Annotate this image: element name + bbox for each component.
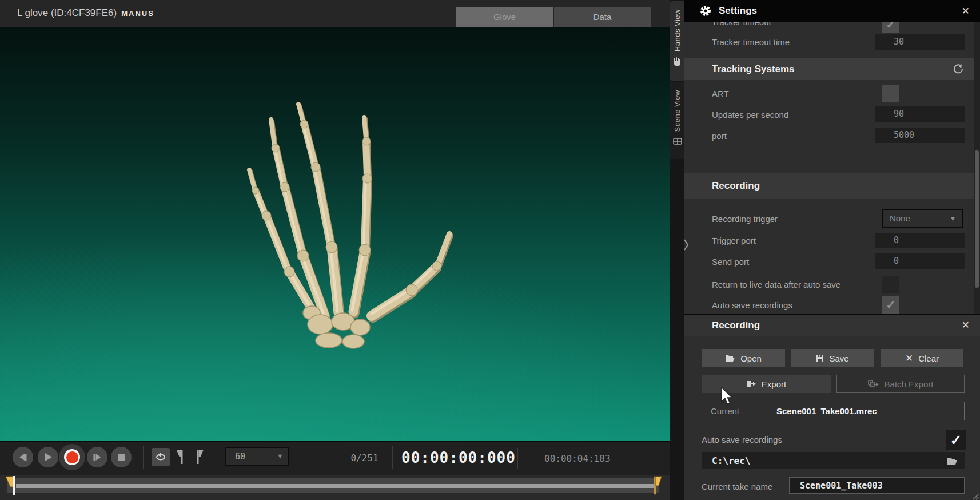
recording-section-title: Recording bbox=[712, 180, 760, 192]
clear-x-icon: ✕ bbox=[905, 352, 913, 364]
framerate-value: 60 bbox=[235, 451, 245, 462]
browse-folder-icon[interactable] bbox=[947, 457, 958, 465]
duration-display: 00:00:04:183 bbox=[544, 453, 611, 464]
tab-glove-label: Glove bbox=[493, 12, 516, 22]
skeletal-hand-model[interactable] bbox=[223, 93, 457, 350]
settings-scrollbar[interactable] bbox=[974, 22, 980, 314]
return-live-checkbox[interactable] bbox=[882, 276, 899, 293]
save-button-label: Save bbox=[829, 354, 848, 363]
timeline-playhead[interactable] bbox=[13, 476, 15, 495]
mouse-cursor bbox=[720, 387, 734, 406]
auto-save-settings-label: Auto save recordings bbox=[712, 300, 792, 310]
updates-per-second-input[interactable]: 90 bbox=[875, 106, 965, 122]
auto-save-recordings-label: Auto save recordings bbox=[702, 435, 782, 445]
open-folder-icon bbox=[725, 354, 735, 362]
3d-viewport[interactable] bbox=[0, 27, 670, 441]
open-button-label: Open bbox=[740, 354, 762, 363]
recording-path-value: C:\rec\ bbox=[712, 455, 750, 466]
timeline-range-stripe bbox=[16, 484, 655, 488]
check-icon: ✓ bbox=[950, 432, 962, 449]
record-ring bbox=[64, 449, 80, 465]
divider bbox=[216, 446, 216, 469]
tab-hands-view[interactable]: Hands View bbox=[670, 1, 684, 81]
settings-panel: Tracker timeout ✓ Tracker timeout time 3… bbox=[684, 0, 980, 314]
batch-export-icon bbox=[868, 380, 879, 388]
tab-hands-view-label: Hands View bbox=[673, 9, 682, 51]
step-forward-icon bbox=[92, 452, 102, 462]
record-button[interactable] bbox=[59, 444, 85, 470]
tab-data[interactable]: Data bbox=[554, 7, 651, 27]
auto-save-recordings-checkbox[interactable]: ✓ bbox=[946, 430, 966, 450]
marker-out-button[interactable] bbox=[194, 450, 205, 467]
recording-section-header[interactable]: Recording bbox=[684, 173, 974, 199]
current-take-file: Scene001_Take001.mrec bbox=[768, 402, 877, 420]
tracking-systems-title: Tracking Systems bbox=[712, 64, 795, 75]
play-icon bbox=[43, 452, 53, 462]
timeline-end-flag-icon[interactable] bbox=[654, 476, 664, 495]
clear-button[interactable]: ✕ Clear bbox=[881, 349, 963, 367]
timeline[interactable] bbox=[0, 475, 670, 500]
gear-icon bbox=[699, 5, 712, 17]
step-back-button[interactable] bbox=[13, 447, 33, 467]
art-checkbox[interactable] bbox=[882, 85, 899, 102]
open-button[interactable]: Open bbox=[702, 349, 785, 367]
stop-icon bbox=[117, 453, 125, 461]
tab-scene-view[interactable]: Scene View bbox=[670, 82, 684, 159]
send-port-input[interactable]: 0 bbox=[875, 253, 965, 269]
check-icon: ✓ bbox=[886, 298, 896, 312]
divider bbox=[143, 446, 144, 469]
tracking-systems-section-header[interactable]: Tracking Systems bbox=[684, 58, 974, 80]
send-port-label: Send port bbox=[712, 257, 749, 267]
export-button-label: Export bbox=[762, 379, 786, 389]
trigger-port-label: Trigger port bbox=[712, 236, 756, 245]
panel-collapse-chevron-icon[interactable] bbox=[682, 237, 690, 252]
batch-export-button-label: Batch Export bbox=[885, 379, 934, 389]
clear-button-label: Clear bbox=[918, 354, 939, 363]
hand-icon bbox=[673, 57, 682, 66]
save-button[interactable]: Save bbox=[791, 349, 874, 367]
settings-header: Settings ✕ bbox=[684, 0, 980, 22]
save-icon bbox=[816, 354, 824, 362]
settings-close-icon[interactable]: ✕ bbox=[962, 5, 970, 17]
updates-per-second-label: Updates per second bbox=[712, 110, 788, 120]
step-back-icon bbox=[18, 452, 28, 462]
art-label: ART bbox=[712, 89, 729, 98]
current-label: Current bbox=[702, 402, 768, 420]
record-dot-icon bbox=[66, 451, 78, 463]
brand-label: MANUS bbox=[121, 9, 154, 18]
current-take-name-input[interactable]: Scene001_Take003 bbox=[789, 477, 965, 494]
recording-path-input[interactable]: C:\rec\ bbox=[702, 452, 965, 469]
refresh-icon[interactable] bbox=[952, 63, 965, 76]
step-forward-button[interactable] bbox=[87, 447, 107, 467]
export-icon bbox=[746, 380, 756, 388]
scene-view-icon bbox=[673, 137, 682, 145]
tab-scene-view-label: Scene View bbox=[673, 90, 682, 132]
divider bbox=[531, 448, 531, 469]
marker-in-button[interactable] bbox=[175, 450, 186, 467]
stop-button[interactable] bbox=[111, 447, 132, 467]
auto-save-settings-checkbox[interactable]: ✓ bbox=[882, 296, 899, 314]
framerate-dropdown[interactable]: 60 ▼ bbox=[225, 447, 289, 466]
loop-icon bbox=[155, 453, 166, 462]
port-input[interactable]: 5000 bbox=[875, 128, 965, 143]
tracker-timeout-time-input[interactable]: 30 bbox=[875, 34, 965, 50]
tab-glove[interactable]: Glove bbox=[456, 7, 553, 27]
divider bbox=[392, 446, 393, 469]
recording-close-icon[interactable]: ✕ bbox=[962, 319, 970, 331]
resize-grip[interactable] bbox=[970, 491, 979, 500]
marker-in-icon bbox=[175, 450, 186, 465]
glove-title-text: L glove (ID:4CF39FE6) bbox=[17, 7, 117, 18]
viewport-titlebar: L glove (ID:4CF39FE6)MANUS Glove Data bbox=[0, 0, 670, 27]
recording-trigger-dropdown[interactable]: None ▼ bbox=[882, 209, 963, 228]
current-take-row: Current Scene001_Take001.mrec bbox=[702, 402, 965, 420]
recording-trigger-value: None bbox=[890, 213, 910, 223]
chevron-down-icon: ▼ bbox=[950, 215, 956, 222]
recording-header: Recording ✕ bbox=[684, 315, 980, 336]
settings-scrollbar-thumb[interactable] bbox=[975, 150, 979, 288]
chevron-down-icon: ▼ bbox=[278, 453, 282, 460]
return-live-label: Return to live data after auto save bbox=[712, 280, 840, 289]
trigger-port-input[interactable]: 0 bbox=[875, 233, 965, 248]
play-button[interactable] bbox=[38, 447, 58, 467]
loop-toggle-button[interactable] bbox=[152, 448, 170, 466]
batch-export-button[interactable]: Batch Export bbox=[836, 375, 965, 393]
